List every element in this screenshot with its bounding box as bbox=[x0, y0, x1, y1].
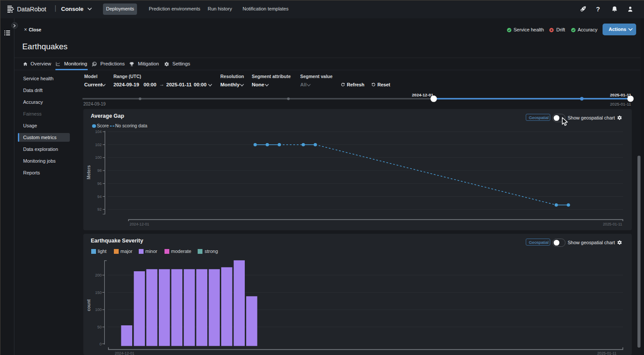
svg-text:2025-01-11: 2025-01-11 bbox=[597, 351, 617, 355]
svg-text:0: 0 bbox=[99, 342, 102, 346]
svg-text:200: 200 bbox=[95, 273, 102, 277]
svg-text:2024-12-01: 2024-12-01 bbox=[130, 222, 149, 226]
svg-text:96: 96 bbox=[97, 181, 102, 186]
svg-text:2025-01-11: 2025-01-11 bbox=[603, 222, 622, 226]
svg-text:98: 98 bbox=[97, 168, 102, 173]
svg-text:50: 50 bbox=[97, 325, 102, 329]
svg-text:104: 104 bbox=[95, 130, 102, 134]
svg-text:102: 102 bbox=[95, 143, 102, 147]
svg-text:150: 150 bbox=[95, 290, 102, 295]
svg-text:100: 100 bbox=[95, 307, 102, 312]
svg-text:100: 100 bbox=[95, 155, 102, 160]
svg-text:92: 92 bbox=[97, 207, 102, 212]
svg-text:Meters: Meters bbox=[86, 165, 91, 179]
svg-text:2024-12-01: 2024-12-01 bbox=[115, 351, 134, 355]
svg-text:94: 94 bbox=[97, 195, 102, 199]
svg-text:count: count bbox=[86, 299, 91, 311]
